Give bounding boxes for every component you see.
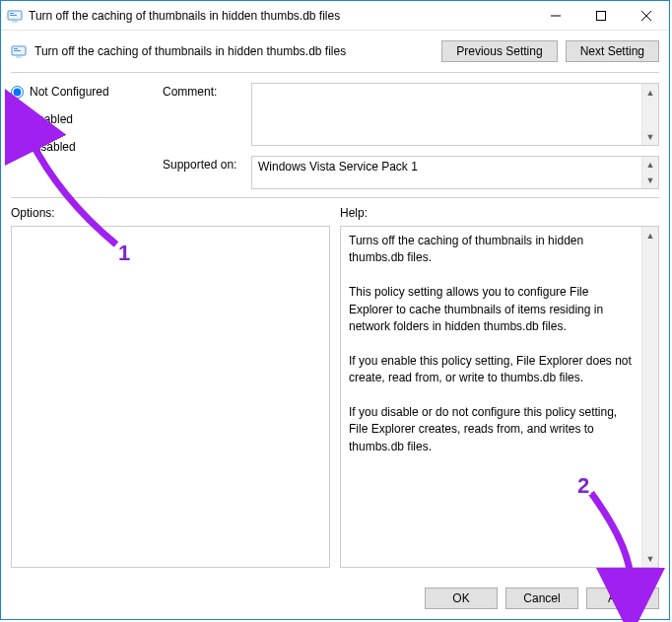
apply-button[interactable]: Apply [586, 587, 659, 609]
comment-row: Comment: ▲ ▼ [163, 83, 659, 146]
supported-label: Supported on: [163, 156, 241, 189]
svg-rect-2 [10, 13, 14, 14]
svg-rect-1 [12, 21, 18, 23]
header-row: Turn off the caching of thumbnails in hi… [11, 36, 659, 73]
settings-row: Not Configured Enabled Disabled Comment: [11, 73, 659, 198]
footer-buttons: OK Cancel Apply [1, 578, 669, 619]
radio-enabled-input[interactable] [11, 113, 24, 126]
svg-rect-7 [14, 48, 18, 49]
maximize-button[interactable] [578, 1, 624, 31]
comment-text[interactable] [252, 84, 641, 145]
radio-disabled-input[interactable] [11, 141, 24, 154]
scroll-down-icon[interactable]: ▼ [642, 173, 658, 188]
options-content [12, 227, 329, 567]
options-column: Options: [11, 206, 330, 568]
gpo-icon [7, 8, 23, 24]
radio-label: Disabled [30, 140, 76, 154]
help-scrollbar[interactable]: ▲ ▼ [641, 227, 658, 567]
close-button[interactable] [624, 1, 669, 31]
policy-heading: Turn off the caching of thumbnails in hi… [34, 44, 434, 58]
minimize-button[interactable] [533, 1, 578, 31]
radio-enabled[interactable]: Enabled [11, 112, 149, 126]
radio-not-configured-input[interactable] [11, 86, 24, 99]
titlebar: Turn off the caching of thumbnails in hi… [1, 1, 669, 31]
scroll-down-icon[interactable]: ▼ [642, 550, 658, 567]
radio-label: Enabled [30, 112, 73, 126]
ok-button[interactable]: OK [425, 587, 498, 609]
fields-column: Comment: ▲ ▼ Supported on: Windows Vista… [163, 83, 659, 189]
scroll-down-icon[interactable]: ▼ [642, 128, 658, 145]
lower-row: Options: Help: Turns off the caching of … [11, 198, 659, 568]
radio-label: Not Configured [30, 85, 109, 99]
scroll-up-icon[interactable]: ▲ [642, 84, 658, 101]
comment-label: Comment: [163, 83, 241, 146]
help-panel: Turns off the caching of thumbnails in h… [340, 226, 659, 568]
radio-not-configured[interactable]: Not Configured [11, 85, 149, 99]
scroll-up-icon[interactable]: ▲ [642, 227, 658, 243]
comment-field[interactable]: ▲ ▼ [251, 83, 659, 146]
previous-setting-button[interactable]: Previous Setting [441, 40, 557, 62]
options-panel [11, 226, 330, 568]
svg-rect-4 [597, 11, 606, 20]
supported-scrollbar[interactable]: ▲ ▼ [641, 157, 658, 188]
comment-scrollbar[interactable]: ▲ ▼ [641, 84, 658, 145]
window-title: Turn off the caching of thumbnails in hi… [29, 9, 533, 23]
svg-rect-8 [14, 50, 21, 51]
options-label: Options: [11, 206, 330, 222]
supported-row: Supported on: Windows Vista Service Pack… [163, 156, 659, 189]
radio-group: Not Configured Enabled Disabled [11, 83, 149, 189]
scroll-up-icon[interactable]: ▲ [642, 157, 658, 173]
dialog-body: Turn off the caching of thumbnails in hi… [1, 31, 669, 578]
dialog-window: Turn off the caching of thumbnails in hi… [0, 0, 670, 620]
supported-text: Windows Vista Service Pack 1 [252, 157, 641, 188]
help-content: Turns off the caching of thumbnails in h… [341, 227, 641, 567]
help-label: Help: [340, 206, 659, 222]
policy-icon [11, 43, 27, 59]
supported-field: Windows Vista Service Pack 1 ▲ ▼ [251, 156, 659, 189]
next-setting-button[interactable]: Next Setting [566, 40, 659, 62]
cancel-button[interactable]: Cancel [505, 587, 578, 609]
radio-disabled[interactable]: Disabled [11, 140, 149, 154]
help-column: Help: Turns off the caching of thumbnail… [340, 206, 659, 568]
svg-rect-3 [10, 15, 17, 16]
svg-rect-6 [16, 56, 22, 58]
